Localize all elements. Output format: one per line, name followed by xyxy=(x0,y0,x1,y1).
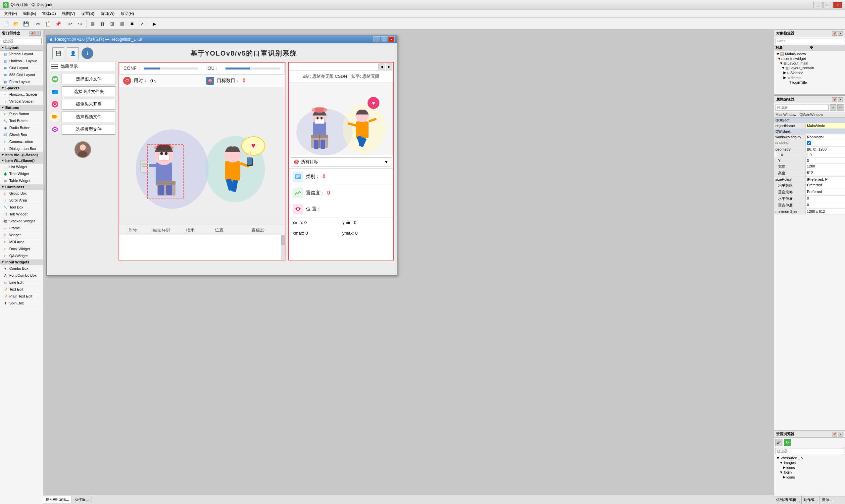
pe-row-minimumsize[interactable]: minimumSize 1280 x 812 xyxy=(774,209,845,214)
pe-row-height[interactable]: 高度 812 xyxy=(774,170,845,177)
menu-file[interactable]: 文件(F) xyxy=(1,10,19,17)
dw-close[interactable]: × xyxy=(388,36,395,42)
category-containers[interactable]: ▼Containers xyxy=(0,184,43,190)
close-button[interactable]: × xyxy=(833,2,842,8)
tab-action-editor[interactable]: 动作编... xyxy=(72,496,91,503)
layout-h-button[interactable]: ▤ xyxy=(88,19,97,29)
select-video-button[interactable]: 选择视频文件 xyxy=(61,111,116,122)
pe-pin[interactable]: 📌 xyxy=(832,97,837,102)
preview-button[interactable]: ▶ xyxy=(149,19,159,29)
layout-form-button[interactable]: ▤ xyxy=(118,19,127,29)
pe-row-vsizepolicy[interactable]: 垂直策略 Preferred xyxy=(774,189,845,196)
dw-minimize[interactable]: _ xyxy=(373,36,380,42)
rb-filter-input[interactable] xyxy=(775,448,844,454)
open-button[interactable]: 📂 xyxy=(11,19,20,29)
widget-item-radio-button[interactable]: ◉Radio Button xyxy=(0,124,43,131)
menu-view[interactable]: 视图(V) xyxy=(59,10,78,17)
widget-box-pin[interactable]: 📌 xyxy=(30,31,35,36)
dw-maximize[interactable]: □ xyxy=(381,36,387,42)
pe-row-enabled[interactable]: enabled xyxy=(774,140,845,147)
enabled-checkbox[interactable] xyxy=(807,141,811,145)
select-folder-button[interactable]: 选择图片文件夹 xyxy=(61,86,116,97)
widget-item-group-box[interactable]: □Group Box xyxy=(0,190,43,197)
widget-item-text-edit[interactable]: 📝Text Edit xyxy=(0,286,43,293)
nav-right-arrow[interactable]: ▶ xyxy=(386,64,392,70)
pe-close[interactable]: × xyxy=(838,97,843,102)
pe-row-windowmodality[interactable]: windowModality NonModal xyxy=(774,134,845,140)
widget-item-form-layout[interactable]: ▤Form Layout xyxy=(0,78,43,85)
new-button[interactable]: 📄 xyxy=(1,19,11,29)
pe-row-x[interactable]: X 0 xyxy=(774,152,845,158)
oi-close[interactable]: × xyxy=(838,31,843,36)
select-image-button[interactable]: 选择图片文件 xyxy=(61,74,116,84)
menu-help[interactable]: 帮助(H) xyxy=(118,10,137,17)
widget-item-horizontal-layout[interactable]: ▥Horizon... Layout xyxy=(0,58,43,65)
rb-item-images[interactable]: ▼ images xyxy=(775,460,844,465)
widget-item-grid-layout[interactable]: ⊞Grid Layout xyxy=(0,65,43,71)
pe-row-hstretch[interactable]: 水平伸展 0 xyxy=(774,196,845,202)
open-camera-button[interactable]: 摄像头未开启 xyxy=(61,99,116,110)
widget-item-888-grid-layout[interactable]: ⊞888 Grid Layout xyxy=(0,71,43,78)
widget-item-frame[interactable]: ▭Frame xyxy=(0,225,43,232)
menu-edit[interactable]: 编辑(E) xyxy=(20,10,39,17)
oi-item-logintitle[interactable]: T loginTitle xyxy=(775,80,844,85)
break-layout-button[interactable]: ✖ xyxy=(127,19,137,29)
tab-signal-slot-editor[interactable]: 信号/槽 编辑... xyxy=(774,497,802,504)
category-item-widgets[interactable]: ▼Item Wi...(Based) xyxy=(0,158,43,163)
copy-button[interactable]: 📋 xyxy=(43,19,53,29)
widget-item-qax-widget[interactable]: □QAxWidget xyxy=(0,252,43,259)
category-input-widgets[interactable]: ▼Input Widgets xyxy=(0,259,43,265)
widget-item-widget[interactable]: □Widget xyxy=(0,232,43,239)
oi-item-mainwindow[interactable]: ▼ 🪟 MainWindow xyxy=(775,52,844,56)
category-item-views[interactable]: ▼Item Vie...(I-Based) xyxy=(0,152,43,158)
pe-filter-input[interactable] xyxy=(775,105,829,110)
widget-box-close[interactable]: × xyxy=(35,31,41,36)
select-model-button[interactable]: 选择模型文件 xyxy=(61,124,116,135)
menu-window[interactable]: 窗口(W) xyxy=(98,10,117,17)
adjust-size-button[interactable]: ⤢ xyxy=(137,19,147,29)
widget-item-font-combo-box[interactable]: AFont Combo Box xyxy=(0,272,43,279)
redo-button[interactable]: ↪ xyxy=(75,19,85,29)
app-info-button[interactable]: ℹ xyxy=(82,47,93,59)
pe-row-width[interactable]: 宽度 1280 xyxy=(774,163,845,170)
widget-item-list-widget[interactable]: ☰List Widget xyxy=(0,163,43,170)
widget-item-combo-box[interactable]: ▼Combo Box xyxy=(0,265,43,272)
widget-item-horizontal-spacer[interactable]: ↔Horizon... Spacer xyxy=(0,91,43,98)
widget-item-tab-widget[interactable]: 📑Tab Widget xyxy=(0,211,43,218)
rb-refresh-button[interactable]: ↻ xyxy=(784,439,791,446)
oi-item-layout-contain[interactable]: ▼ ▤ Layout_contain xyxy=(775,66,844,70)
nav-left-arrow[interactable]: ◀ xyxy=(379,64,385,70)
widget-item-vertical-spacer[interactable]: ↕Vertical Spacer xyxy=(0,98,43,105)
widget-item-check-box[interactable]: ☑Check Box xyxy=(0,131,43,138)
maximize-button[interactable]: □ xyxy=(823,2,832,8)
widget-item-vertical-layout[interactable]: ▤Vertical Layout xyxy=(0,51,43,58)
tab-resource-browser[interactable]: 资源... xyxy=(820,497,834,504)
pe-row-vstretch[interactable]: 垂直伸展 0 xyxy=(774,202,845,209)
rb-pin[interactable]: 📌 xyxy=(832,432,837,436)
pe-row-objectname[interactable]: objectName MainWindo xyxy=(774,123,845,129)
pe-row-sizepolicy[interactable]: sizePolicy [Preferred, P xyxy=(774,177,845,182)
category-buttons[interactable]: ▼Buttons xyxy=(0,105,43,110)
oi-item-centralwidget[interactable]: ▼ □ centralwidget xyxy=(775,56,844,61)
widget-item-scroll-area[interactable]: ↕Scroll Area xyxy=(0,197,43,204)
tab-action-editor-right[interactable]: 动作编... xyxy=(802,497,820,504)
pe-add-button[interactable]: + xyxy=(830,104,837,111)
paste-button[interactable]: 📌 xyxy=(53,19,63,29)
widget-item-command-button[interactable]: □Comma...utton xyxy=(0,138,43,145)
category-spacers[interactable]: ▼Spacers xyxy=(0,85,43,91)
pe-row-geometry[interactable]: geometry [(0, 0), 1280 xyxy=(774,147,845,152)
rb-item-resource-root[interactable]: ▼ <resource ...> xyxy=(775,456,844,460)
cut-button[interactable]: ✂ xyxy=(33,19,43,29)
widget-item-line-edit[interactable]: ▭Line Edit xyxy=(0,279,43,286)
target-dropdown[interactable]: 🎯 所有目标 ▼ xyxy=(291,157,391,166)
widget-item-spin-box[interactable]: ⬆Spin Box xyxy=(0,300,43,307)
menu-settings[interactable]: 设置(S) xyxy=(78,10,97,17)
layout-grid-button[interactable]: ⊞ xyxy=(108,19,117,29)
rb-item-login[interactable]: ▼ login xyxy=(775,470,844,474)
undo-button[interactable]: ↩ xyxy=(66,19,75,29)
widget-item-push-button[interactable]: □Push Button xyxy=(0,110,43,118)
conf-slider[interactable] xyxy=(144,68,198,70)
table-scrollbar[interactable] xyxy=(281,235,285,260)
rb-item-images-icons[interactable]: ▶ icons xyxy=(775,465,844,470)
rb-item-login-icons[interactable]: ▶ icons xyxy=(775,474,844,480)
